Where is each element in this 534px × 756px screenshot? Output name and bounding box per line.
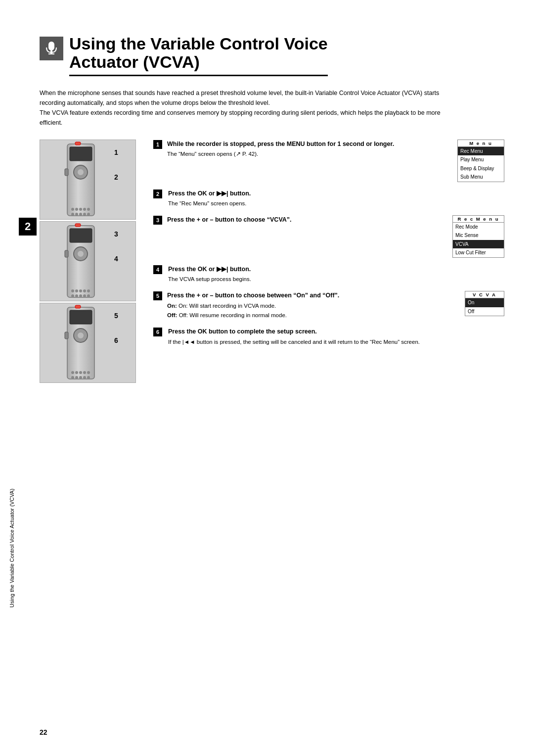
menu-panel-main-header: M e n u [458,140,504,147]
menu-panel-rec-header: R e c M e n u [453,216,504,223]
svg-text:2: 2 [114,173,118,181]
svg-point-50 [79,371,82,374]
svg-point-37 [83,294,86,297]
svg-point-11 [75,208,78,211]
svg-point-14 [87,208,90,211]
step-2-sub: The “Rec Menu” screen opens. [168,199,504,208]
step-4-badge: 4 [153,265,162,274]
step-3-text: Press the + or – button to choose “VCVA”… [167,215,445,225]
svg-rect-43 [70,310,92,324]
menu-item-beep-display: Beep & Display [458,164,504,173]
svg-rect-46 [65,332,68,339]
svg-point-52 [87,371,90,374]
step-2-text: Press the OK or ▶▶| button. The “Rec Men… [168,189,504,208]
title-text-block: Using the Variable Control Voice Actuato… [69,35,328,76]
step-1-text: While the recorder is stopped, press the… [167,140,450,159]
svg-text:4: 4 [114,255,118,263]
menu-panel-rec: R e c M e n u Rec Mode Mic Sense VCVA Lo… [452,215,504,258]
svg-point-31 [79,289,82,292]
step-3-badge: 3 [153,216,162,225]
step-5: 5 Press the + or – button to choose betw… [153,291,504,320]
svg-point-30 [75,289,78,292]
step-4: 4 Press the OK or ▶▶| button. The VCVA s… [153,265,504,284]
svg-rect-9 [75,142,81,145]
step-3-main: Press the + or – button to choose “VCVA”… [167,215,445,225]
step-1-badge: 1 [153,140,162,149]
svg-point-56 [83,376,86,379]
svg-point-26 [78,251,84,257]
svg-point-34 [71,294,74,297]
svg-point-16 [75,213,78,216]
page-number: 22 [40,728,47,736]
svg-point-45 [78,332,84,338]
rec-menu-item-lowcut: Low Cut Filter [453,248,504,257]
svg-text:3: 3 [114,230,118,238]
svg-text:1: 1 [114,148,118,156]
step-1-sub: The “Menu” screen opens (↗ P. 42). [167,150,450,159]
rec-menu-item-recmode: Rec Mode [453,223,504,232]
step-3: 3 Press the + or – button to choose “VCV… [153,215,504,258]
svg-point-19 [87,213,90,216]
device-image-2: 3 4 [40,221,136,301]
steps-column: 1 While the recorder is stopped, press t… [153,140,504,384]
device-image-3: 5 6 [40,303,136,383]
side-label: Using the Variable Control Voice Actuato… [9,237,15,608]
vcva-icon [44,41,59,56]
intro-paragraph-1: When the microphone senses that sounds h… [40,88,445,108]
svg-point-57 [87,376,90,379]
title-section: Using the Variable Control Voice Actuato… [40,35,504,76]
svg-point-33 [87,289,90,292]
svg-point-38 [87,294,90,297]
step-6-text: Press the OK button to complete the setu… [168,327,504,346]
step-5-text: Press the + or – button to choose betwee… [167,291,458,320]
svg-point-49 [75,371,78,374]
page-container: Using the Variable Control Voice Actuato… [0,0,534,756]
svg-point-10 [71,208,74,211]
device-image-1: 1 2 [40,140,136,220]
step-5-sub-off: Off: Off: Will resume recording in norma… [167,311,458,320]
svg-rect-8 [65,169,68,176]
svg-point-51 [83,371,86,374]
vcva-item-on: On [465,298,504,307]
menu-panel-vcva: V C V A On Off [465,291,504,316]
step-6-main: Press the OK button to complete the setu… [168,327,504,336]
svg-point-35 [75,294,78,297]
svg-point-55 [79,376,82,379]
svg-point-7 [78,169,84,175]
svg-text:5: 5 [114,312,118,320]
steps-wrapper: 1 While the recorder is stopped, press t… [153,140,504,347]
rec-menu-item-micsense: Mic Sense [453,231,504,240]
step-2: 2 Press the OK or ▶▶| button. The “Rec M… [153,189,504,208]
svg-point-18 [83,213,86,216]
step-4-main: Press the OK or ▶▶| button. [168,265,504,274]
step-2-main: Press the OK or ▶▶| button. [168,189,504,198]
title-rule [69,75,328,76]
intro-paragraph-2: The VCVA feature extends recording time … [40,108,445,128]
step-5-sub-on: On: On: Will start recording in VCVA mod… [167,302,458,311]
svg-rect-0 [48,42,54,50]
device-images-column: 1 2 [40,140,138,384]
step-4-sub: The VCVA setup process begins. [168,275,504,284]
step-5-badge: 5 [153,291,162,300]
menu-item-play-menu: Play Menu [458,155,504,164]
step-6-badge: 6 [153,328,162,336]
menu-panel-main: M e n u Rec Menu Play Menu Beep & Displa… [457,140,504,182]
svg-point-15 [71,213,74,216]
menu-item-rec-menu: Rec Menu [458,147,504,156]
step-6: 6 Press the OK button to complete the se… [153,327,504,346]
main-content-row: 1 2 [40,140,504,384]
page-title: Using the Variable Control Voice Actuato… [69,35,328,72]
step-6-sub: If the |◄◄ button is pressed, the settin… [168,338,504,347]
title-icon [40,37,63,60]
svg-point-36 [79,294,82,297]
svg-rect-5 [70,147,92,161]
step-2-badge: 2 [153,189,162,198]
svg-point-29 [71,289,74,292]
svg-rect-47 [75,305,81,308]
step-5-main: Press the + or – button to choose betwee… [167,291,458,300]
svg-point-48 [71,371,74,374]
vcva-item-off: Off [465,307,504,316]
svg-rect-28 [75,224,81,227]
step-1: 1 While the recorder is stopped, press t… [153,140,504,182]
svg-rect-2 [48,53,54,54]
